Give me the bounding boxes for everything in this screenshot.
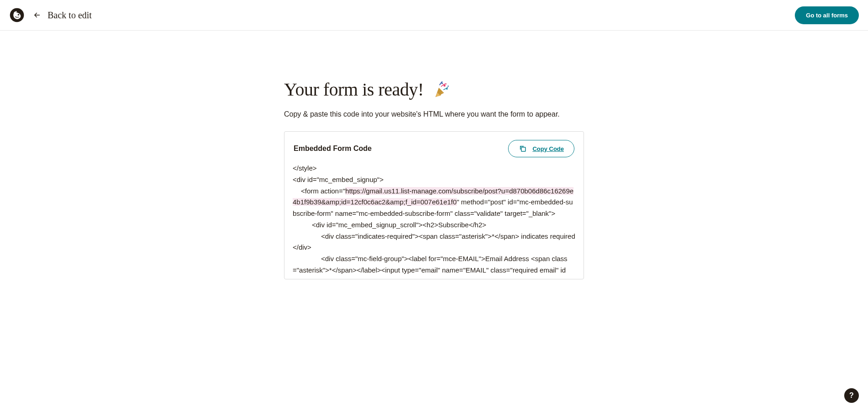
code-line: <div id="mc_embed_signup"> (293, 174, 575, 186)
svg-rect-5 (445, 83, 447, 85)
back-to-edit-link[interactable]: Back to edit (33, 10, 92, 21)
title-row: Your form is ready! (284, 79, 584, 100)
svg-point-1 (18, 14, 19, 15)
panel-title: Embedded Form Code (294, 144, 372, 153)
mailchimp-logo[interactable] (9, 7, 25, 23)
copy-code-label: Copy Code (532, 145, 564, 152)
page-title: Your form is ready! (284, 79, 423, 100)
code-line: </style> (293, 166, 575, 174)
svg-rect-6 (448, 86, 449, 87)
code-textarea[interactable]: </style> <div id="mc_embed_signup"> <for… (284, 166, 584, 279)
code-line: <div id="mc_embed_signup_scroll"><h2>Sub… (293, 219, 575, 231)
page-subtitle: Copy & paste this code into your website… (284, 110, 584, 118)
copy-code-button[interactable]: Copy Code (508, 140, 574, 157)
header: Back to edit Go to all forms (0, 0, 868, 31)
code-line: <div class="mc-field-group"><label for="… (293, 253, 575, 279)
main-content: Your form is ready! Copy & paste this co… (284, 31, 584, 279)
party-popper-icon (432, 80, 451, 99)
copy-icon (519, 144, 527, 153)
code-line: <form action="https://gmail.us11.list-ma… (293, 186, 575, 219)
panel-header: Embedded Form Code Copy Code (284, 132, 584, 166)
header-left: Back to edit (9, 7, 92, 23)
code-line: <div class="indicates-required"><span cl… (293, 231, 575, 254)
code-panel: Embedded Form Code Copy Code </style> <d… (284, 131, 584, 279)
svg-rect-7 (521, 147, 525, 151)
arrow-left-icon (33, 11, 41, 19)
form-action-pre: <form action=" (301, 187, 345, 195)
svg-point-2 (444, 85, 445, 86)
mailchimp-logo-icon (9, 7, 25, 23)
back-label: Back to edit (48, 10, 92, 21)
go-to-all-forms-button[interactable]: Go to all forms (795, 6, 859, 24)
